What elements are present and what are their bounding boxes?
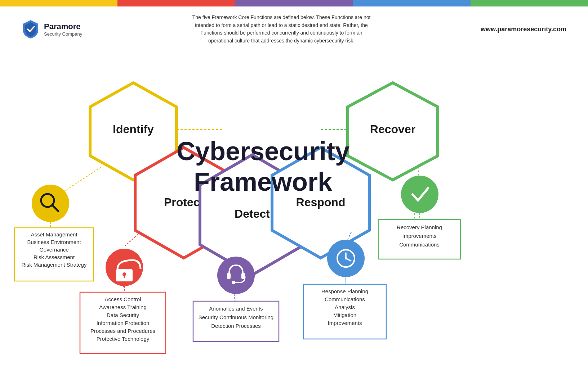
svg-text:Risk Management Strategy: Risk Management Strategy bbox=[22, 262, 87, 268]
svg-text:Processes and Procedures: Processes and Procedures bbox=[90, 328, 155, 334]
svg-text:Governance: Governance bbox=[39, 246, 69, 253]
svg-text:Information Protection: Information Protection bbox=[97, 320, 150, 326]
svg-text:Security Continuous Monitoring: Security Continuous Monitoring bbox=[199, 314, 273, 320]
svg-line-19 bbox=[59, 167, 101, 194]
bar-red bbox=[117, 0, 235, 6]
svg-rect-32 bbox=[227, 273, 231, 279]
bar-green bbox=[471, 0, 588, 6]
svg-text:Access Control: Access Control bbox=[105, 296, 141, 302]
svg-text:Anomalies and Events: Anomalies and Events bbox=[209, 306, 263, 312]
company-name: Paramore bbox=[44, 22, 82, 31]
svg-text:Protect: Protect bbox=[164, 196, 204, 209]
svg-text:Communications: Communications bbox=[399, 241, 440, 248]
svg-text:Asset Management: Asset Management bbox=[31, 231, 77, 238]
svg-text:Protective Technology: Protective Technology bbox=[97, 336, 150, 342]
svg-point-29 bbox=[122, 272, 126, 276]
header: Paramore Security Company The five Frame… bbox=[0, 6, 588, 49]
svg-text:Response Planning: Response Planning bbox=[321, 288, 368, 294]
svg-line-20 bbox=[124, 232, 141, 246]
logo-text: Paramore Security Company bbox=[44, 22, 82, 37]
company-tagline: Security Company bbox=[44, 31, 82, 37]
bar-purple bbox=[235, 0, 353, 6]
svg-point-31 bbox=[217, 257, 255, 294]
logo-area: Paramore Security Company bbox=[22, 19, 82, 39]
svg-text:Communications: Communications bbox=[325, 296, 365, 302]
svg-point-34 bbox=[232, 281, 235, 284]
svg-text:Framework: Framework bbox=[194, 167, 333, 196]
logo-shield-icon bbox=[22, 19, 40, 39]
svg-text:Recovery Planning: Recovery Planning bbox=[397, 224, 442, 230]
bar-yellow bbox=[0, 0, 117, 6]
bar-blue bbox=[353, 0, 470, 6]
svg-text:Detect: Detect bbox=[235, 207, 270, 220]
svg-text:Risk Assessment: Risk Assessment bbox=[34, 254, 75, 260]
svg-text:Mitigation: Mitigation bbox=[333, 312, 356, 318]
svg-point-24 bbox=[32, 185, 69, 222]
svg-text:Improvements: Improvements bbox=[328, 320, 362, 326]
top-color-bar bbox=[0, 0, 588, 6]
svg-text:Data Security: Data Security bbox=[107, 312, 139, 318]
svg-text:Identify: Identify bbox=[113, 123, 154, 136]
svg-text:Awareness Training: Awareness Training bbox=[99, 304, 146, 310]
svg-text:Business Environment: Business Environment bbox=[27, 239, 81, 245]
svg-text:Analysis: Analysis bbox=[335, 304, 355, 310]
svg-point-39 bbox=[345, 257, 347, 259]
diagram-svg: Identify Protect Detect Respond Recover … bbox=[0, 52, 588, 362]
svg-text:Respond: Respond bbox=[296, 196, 346, 209]
svg-text:Recover: Recover bbox=[370, 123, 415, 136]
website-url: www.paramoresecurity.com bbox=[481, 26, 566, 33]
svg-text:Cybersecurity: Cybersecurity bbox=[177, 137, 349, 166]
header-description: The five Framework Core Functions are de… bbox=[188, 14, 375, 45]
diagram-area: Identify Protect Detect Respond Recover … bbox=[0, 52, 588, 362]
svg-point-40 bbox=[401, 176, 438, 213]
svg-text:Improvements: Improvements bbox=[402, 233, 436, 239]
svg-text:Detection Processes: Detection Processes bbox=[211, 323, 261, 329]
